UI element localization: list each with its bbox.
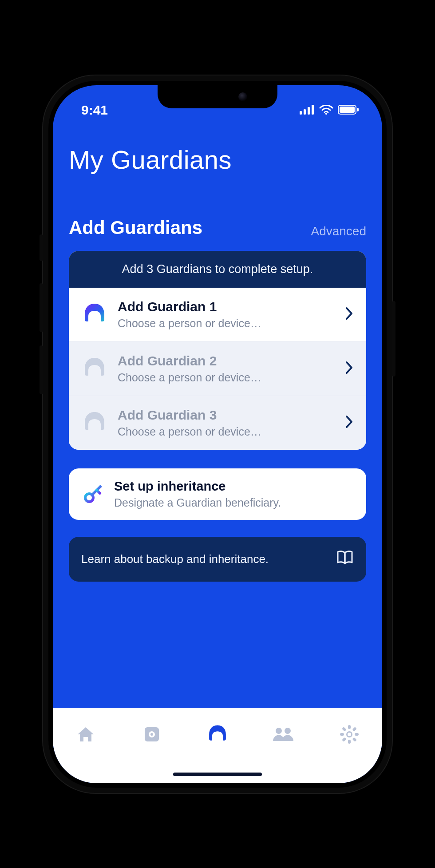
home-indicator[interactable] [173,773,262,776]
book-icon [336,550,354,568]
tab-guardians[interactable] [204,721,231,748]
svg-point-27 [348,733,351,736]
svg-rect-20 [348,740,351,744]
svg-rect-10 [93,420,96,430]
guardian-row-2[interactable]: Add Guardian 2 Choose a person or device… [69,341,366,396]
notch [158,85,277,108]
svg-rect-0 [300,111,302,115]
cellular-icon [300,103,315,118]
svg-rect-3 [312,105,314,115]
tab-bar [53,708,382,783]
key-icon [81,483,104,506]
guardian-row-3[interactable]: Add Guardian 3 Choose a person or device… [69,396,366,450]
power-button [392,301,395,377]
phone-frame: 9:41 My Guardians [42,75,393,794]
tab-settings[interactable] [336,721,363,748]
volume-down-button [40,345,43,394]
svg-rect-1 [304,109,306,115]
svg-point-16 [276,728,282,734]
guardians-card: Add 3 Guardians to complete setup. [69,251,366,450]
setup-banner: Add 3 Guardians to complete setup. [69,251,366,288]
mute-switch [40,234,43,261]
volume-up-button [40,283,43,332]
svg-rect-23 [352,727,357,732]
tab-people[interactable] [270,721,297,748]
guardian-row-1[interactable]: Add Guardian 1 Choose a person or device… [69,288,366,341]
svg-rect-26 [352,737,357,742]
svg-rect-8 [93,312,96,321]
status-time: 9:41 [72,103,108,118]
svg-point-14 [150,733,153,736]
svg-rect-19 [348,725,351,729]
guardian-row-title: Add Guardian 3 [118,408,335,423]
tab-home[interactable] [72,721,99,748]
advanced-link[interactable]: Advanced [311,224,366,238]
svg-rect-2 [308,107,310,115]
svg-rect-15 [216,732,219,740]
svg-point-17 [285,728,291,734]
chevron-right-icon [345,361,354,377]
svg-point-4 [325,112,327,114]
svg-rect-9 [93,366,96,376]
svg-rect-6 [340,107,355,113]
screen: 9:41 My Guardians [53,85,382,783]
inheritance-subtitle: Designate a Guardian beneficiary. [114,496,354,509]
svg-rect-24 [342,737,347,742]
svg-rect-21 [340,733,344,736]
guardian-row-subtitle: Choose a person or device… [118,425,335,438]
guardian-row-subtitle: Choose a person or device… [118,317,335,330]
learn-banner[interactable]: Learn about backup and inheritance. [69,537,366,582]
svg-rect-7 [357,108,359,111]
chevron-right-icon [345,415,354,431]
guardian-row-title: Add Guardian 2 [118,353,335,369]
guardian-row-subtitle: Choose a person or device… [118,371,335,384]
guardian-row-title: Add Guardian 1 [118,299,335,314]
learn-text: Learn about backup and inheritance. [81,552,269,566]
section-title: Add Guardians [69,217,202,238]
guardian-helmet-icon [81,355,108,382]
guardian-helmet-icon [81,301,108,328]
chevron-right-icon [345,306,354,322]
tab-vault[interactable] [138,721,165,748]
inheritance-card[interactable]: Set up inheritance Designate a Guardian … [69,468,366,520]
svg-rect-25 [342,727,347,732]
wifi-icon [319,103,333,118]
guardian-helmet-icon [81,409,108,436]
inheritance-title: Set up inheritance [114,479,354,494]
svg-rect-22 [355,733,359,736]
page-title: My Guardians [69,145,366,174]
battery-icon [338,103,359,118]
